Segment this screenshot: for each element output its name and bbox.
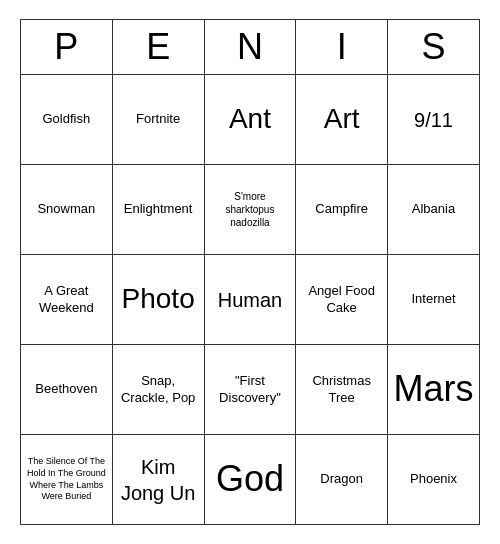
header-s: S <box>388 20 480 75</box>
cell-r1-c1: Enlightment <box>112 165 204 255</box>
header-e: E <box>112 20 204 75</box>
cell-r3-c3: Christmas Tree <box>296 345 388 435</box>
cell-r3-c0: Beethoven <box>21 345 113 435</box>
cell-r4-c2: God <box>204 435 296 525</box>
cell-r1-c3: Campfire <box>296 165 388 255</box>
header-i: I <box>296 20 388 75</box>
cell-r0-c4: 9/11 <box>388 75 480 165</box>
cell-r0-c2: Ant <box>204 75 296 165</box>
cell-r2-c2: Human <box>204 255 296 345</box>
header-row: P E N I S <box>21 20 480 75</box>
cell-r4-c4: Phoenix <box>388 435 480 525</box>
cell-r4-c3: Dragon <box>296 435 388 525</box>
cell-r0-c1: Fortnite <box>112 75 204 165</box>
cell-r0-c0: Goldfish <box>21 75 113 165</box>
header-n: N <box>204 20 296 75</box>
cell-r1-c4: Albania <box>388 165 480 255</box>
cell-r1-c0: Snowman <box>21 165 113 255</box>
header-p: P <box>21 20 113 75</box>
table-row: A Great WeekendPhotoHumanAngel Food Cake… <box>21 255 480 345</box>
cell-r3-c1: Snap, Crackle, Pop <box>112 345 204 435</box>
cell-r2-c3: Angel Food Cake <box>296 255 388 345</box>
cell-r3-c2: "First Discovery" <box>204 345 296 435</box>
table-row: BeethovenSnap, Crackle, Pop"First Discov… <box>21 345 480 435</box>
cell-r4-c1: Kim Jong Un <box>112 435 204 525</box>
table-row: The Silence Of The Hold In The Ground Wh… <box>21 435 480 525</box>
table-row: SnowmanEnlightmentS'more sharktopus nado… <box>21 165 480 255</box>
cell-r2-c4: Internet <box>388 255 480 345</box>
table-row: GoldfishFortniteAntArt9/11 <box>21 75 480 165</box>
cell-r2-c1: Photo <box>112 255 204 345</box>
bingo-card: P E N I S GoldfishFortniteAntArt9/11Snow… <box>20 19 480 525</box>
cell-r2-c0: A Great Weekend <box>21 255 113 345</box>
cell-r1-c2: S'more sharktopus nadozilla <box>204 165 296 255</box>
bingo-body: GoldfishFortniteAntArt9/11SnowmanEnlight… <box>21 75 480 525</box>
cell-r3-c4: Mars <box>388 345 480 435</box>
cell-r4-c0: The Silence Of The Hold In The Ground Wh… <box>21 435 113 525</box>
cell-r0-c3: Art <box>296 75 388 165</box>
